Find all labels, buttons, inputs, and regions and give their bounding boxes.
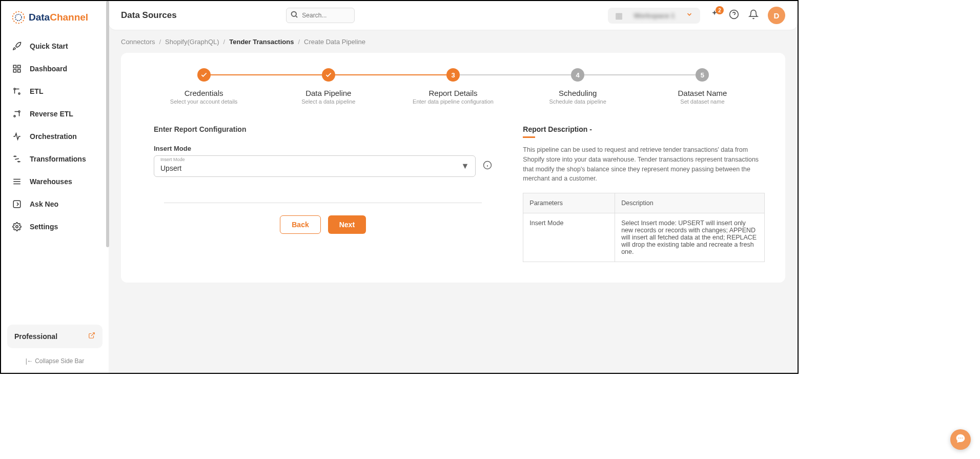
- breadcrumb-item-active: Tender Transactions: [229, 38, 294, 46]
- sidebar-scrollbar[interactable]: [106, 1, 109, 373]
- orchestration-icon: [12, 132, 22, 141]
- sidebar-item-label: Warehouses: [30, 177, 72, 186]
- svg-point-15: [292, 12, 296, 16]
- step-dataset-name[interactable]: 5 Dataset Name Set dataset name: [640, 68, 765, 105]
- chevron-down-icon: [686, 11, 693, 20]
- sidebar-item-dashboard[interactable]: Dashboard: [7, 57, 103, 80]
- form-card: Credentials Select your account details …: [121, 53, 785, 283]
- sidebar-item-warehouses[interactable]: Warehouses: [7, 170, 103, 193]
- sidebar-item-etl[interactable]: ETL: [7, 80, 103, 103]
- plan-label: Professional: [14, 332, 57, 341]
- sparkle-button[interactable]: 2: [709, 9, 720, 22]
- sidebar-item-ask-neo[interactable]: Ask Neo: [7, 193, 103, 215]
- sidebar-item-settings[interactable]: Settings: [7, 215, 103, 238]
- help-icon: [729, 9, 739, 22]
- transform-icon: [12, 154, 22, 164]
- logo-text: DataChannel: [29, 12, 88, 23]
- logo[interactable]: DataChannel: [7, 10, 103, 25]
- step-credentials[interactable]: Credentials Select your account details: [141, 68, 266, 105]
- parameters-table: Parameters Description Insert Mode Selec…: [523, 193, 765, 262]
- sidebar-item-orchestration[interactable]: Orchestration: [7, 125, 103, 148]
- external-link-icon: [88, 332, 95, 341]
- collapse-icon: |←: [26, 357, 33, 365]
- sidebar-item-label: Quick Start: [30, 42, 68, 50]
- dropdown-arrow-icon: ▼: [461, 162, 469, 171]
- step-report-details[interactable]: 3 Report Details Enter data pipeline con…: [391, 68, 515, 105]
- description-heading: Report Description -: [523, 125, 765, 133]
- notifications-button[interactable]: [748, 9, 759, 22]
- main: Data Sources ▦ Workspace 1 2: [109, 1, 798, 373]
- settings-icon: [12, 222, 22, 231]
- workspace-label: Workspace 1: [634, 12, 675, 19]
- sidebar-item-label: Orchestration: [30, 132, 77, 141]
- step-scheduling[interactable]: 4 Scheduling Schedule data pipeline: [516, 68, 640, 105]
- breadcrumb: Connectors / Shopify(GraphQL) / Tender T…: [121, 38, 785, 46]
- svg-rect-5: [13, 70, 16, 72]
- help-button[interactable]: [729, 9, 739, 22]
- sidebar: DataChannel Quick Start Dashboard ETL Re…: [1, 1, 109, 373]
- step-data-pipeline[interactable]: Data Pipeline Select a data pipeline: [266, 68, 391, 105]
- logo-icon: [11, 10, 26, 25]
- etl-icon: [12, 87, 22, 96]
- next-button[interactable]: Next: [328, 215, 366, 234]
- svg-point-7: [18, 93, 20, 94]
- svg-rect-3: [18, 65, 21, 68]
- rocket-icon: [12, 42, 22, 51]
- warehouse-icon: [12, 177, 22, 186]
- workspace-selector[interactable]: ▦ Workspace 1: [608, 8, 700, 24]
- breadcrumb-item[interactable]: Create Data Pipeline: [304, 38, 365, 46]
- sidebar-item-label: Reverse ETL: [30, 110, 73, 118]
- sidebar-item-label: Settings: [30, 223, 58, 231]
- insert-mode-select[interactable]: Insert Mode Upsert ▼: [154, 155, 476, 177]
- svg-rect-13: [13, 201, 21, 208]
- workspace-icon: ▦: [615, 11, 623, 21]
- plan-box[interactable]: Professional: [7, 325, 103, 348]
- svg-rect-4: [18, 70, 21, 72]
- sidebar-item-quick-start[interactable]: Quick Start: [7, 35, 103, 57]
- table-header: Description: [615, 193, 765, 213]
- ask-neo-icon: [12, 199, 22, 209]
- sidebar-item-transformations[interactable]: Transformations: [7, 148, 103, 170]
- svg-point-0: [13, 12, 25, 24]
- divider: [164, 203, 482, 203]
- sidebar-item-reverse-etl[interactable]: Reverse ETL: [7, 103, 103, 125]
- search-wrap: [286, 8, 355, 23]
- notification-badge: 2: [716, 6, 724, 14]
- sidebar-item-label: Transformations: [30, 155, 86, 163]
- svg-point-1: [15, 14, 22, 21]
- svg-point-8: [18, 111, 20, 112]
- sidebar-item-label: Ask Neo: [30, 200, 58, 208]
- bell-icon: [748, 9, 759, 22]
- info-icon[interactable]: [483, 161, 492, 172]
- topbar: Data Sources ▦ Workspace 1 2: [109, 1, 798, 30]
- user-avatar[interactable]: D: [768, 7, 785, 24]
- svg-point-6: [14, 88, 15, 90]
- page-title: Data Sources: [121, 10, 177, 21]
- svg-rect-2: [13, 65, 16, 68]
- reverse-etl-icon: [12, 109, 22, 118]
- table-header: Parameters: [523, 193, 615, 213]
- description-text: This pipeline can be used to request and…: [523, 145, 765, 184]
- table-row: Insert Mode Select Insert mode: UPSERT w…: [523, 213, 765, 262]
- svg-point-14: [16, 226, 18, 228]
- stepper: Credentials Select your account details …: [141, 68, 765, 105]
- search-icon: [290, 10, 298, 21]
- svg-point-9: [14, 115, 15, 117]
- sidebar-item-label: Dashboard: [30, 65, 67, 73]
- svg-line-16: [296, 16, 297, 17]
- section-heading: Enter Report Configuration: [154, 125, 492, 133]
- dashboard-icon: [12, 64, 22, 73]
- sidebar-item-label: ETL: [30, 87, 43, 95]
- breadcrumb-item[interactable]: Connectors: [121, 38, 155, 46]
- collapse-sidebar-button[interactable]: |← Collapse Side Bar: [7, 354, 103, 368]
- breadcrumb-item[interactable]: Shopify(GraphQL): [165, 38, 219, 46]
- back-button[interactable]: Back: [280, 215, 320, 234]
- field-label: Insert Mode: [154, 145, 492, 152]
